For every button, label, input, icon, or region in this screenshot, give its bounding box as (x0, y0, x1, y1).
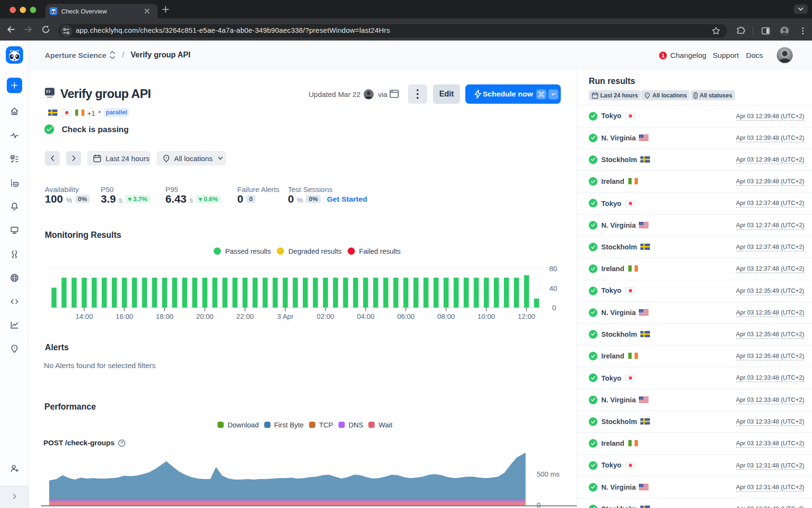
svg-text:500 ms: 500 ms (537, 470, 560, 478)
svg-text:20:00: 20:00 (196, 313, 214, 320)
svg-text:14:00: 14:00 (75, 313, 93, 320)
svg-text:18:00: 18:00 (156, 313, 173, 320)
svg-text:80: 80 (549, 264, 557, 273)
svg-text:0: 0 (552, 303, 556, 312)
svg-text:10:00: 10:00 (477, 313, 495, 320)
svg-text:02:00: 02:00 (317, 313, 334, 320)
svg-text:22:00: 22:00 (236, 313, 254, 320)
svg-text:16:00: 16:00 (116, 313, 133, 320)
svg-text:40: 40 (549, 284, 557, 292)
svg-text:08:00: 08:00 (437, 313, 455, 320)
svg-text:06:00: 06:00 (397, 313, 415, 320)
svg-text:04:00: 04:00 (357, 313, 374, 320)
svg-text:3 Apr: 3 Apr (277, 313, 294, 320)
svg-text:12:00: 12:00 (518, 313, 535, 320)
svg-text:0: 0 (537, 501, 541, 508)
